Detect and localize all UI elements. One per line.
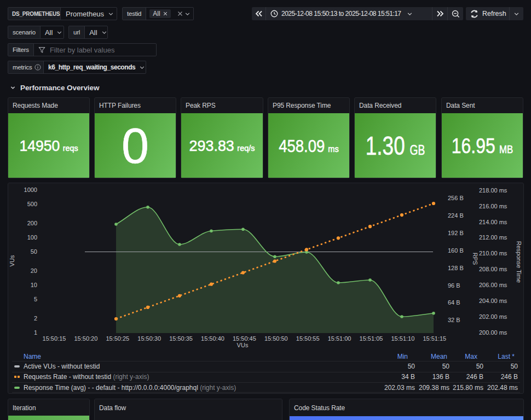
svg-text:214.00 ms: 214.00 ms <box>479 219 507 225</box>
svg-text:96 B: 96 B <box>448 282 460 289</box>
svg-text:15:50:50: 15:50:50 <box>264 335 288 342</box>
svg-text:15:51:15: 15:51:15 <box>423 335 446 342</box>
svg-text:212.00 ms: 212.00 ms <box>479 234 507 241</box>
svg-text:200: 200 <box>27 220 37 226</box>
svg-text:15:50:55: 15:50:55 <box>296 335 320 342</box>
svg-text:128 B: 128 B <box>448 265 464 271</box>
svg-text:Response Time: Response Time <box>516 241 522 283</box>
svg-text:218.00 ms: 218.00 ms <box>479 187 507 194</box>
svg-text:256 B: 256 B <box>448 195 464 201</box>
svg-text:500: 500 <box>27 201 37 207</box>
svg-text:RPS: RPS <box>472 253 478 265</box>
svg-text:15:50:45: 15:50:45 <box>233 335 256 342</box>
svg-text:208.00 ms: 208.00 ms <box>479 266 507 272</box>
svg-text:2: 2 <box>34 315 37 322</box>
svg-text:15:50:35: 15:50:35 <box>169 335 193 342</box>
svg-text:15:51:00: 15:51:00 <box>328 335 351 342</box>
svg-text:15:51:10: 15:51:10 <box>391 335 414 342</box>
svg-text:100: 100 <box>27 234 37 241</box>
svg-text:202.00 ms: 202.00 ms <box>479 313 507 320</box>
svg-text:50: 50 <box>31 248 37 255</box>
svg-text:1000: 1000 <box>24 186 37 193</box>
svg-text:15:50:20: 15:50:20 <box>74 335 97 342</box>
svg-text:15:50:30: 15:50:30 <box>137 335 161 342</box>
svg-text:VUs: VUs <box>237 342 249 348</box>
svg-text:204.00 ms: 204.00 ms <box>479 298 507 304</box>
svg-text:64 B: 64 B <box>448 299 460 306</box>
svg-text:15:51:05: 15:51:05 <box>360 335 383 342</box>
svg-text:160 B: 160 B <box>448 247 464 254</box>
svg-text:32 B: 32 B <box>448 317 460 323</box>
svg-text:216.00 ms: 216.00 ms <box>479 203 507 209</box>
svg-text:15:50:15: 15:50:15 <box>43 335 66 342</box>
svg-text:192 B: 192 B <box>448 230 464 236</box>
svg-text:224 B: 224 B <box>448 212 464 219</box>
svg-text:15:50:40: 15:50:40 <box>201 335 224 342</box>
svg-text:200.00 ms: 200.00 ms <box>479 329 507 336</box>
svg-text:15:50:25: 15:50:25 <box>106 335 129 342</box>
svg-text:210.00 ms: 210.00 ms <box>479 250 507 256</box>
svg-text:206.00 ms: 206.00 ms <box>479 282 507 288</box>
svg-text:20: 20 <box>31 267 37 274</box>
svg-text:1: 1 <box>34 329 37 336</box>
svg-text:VUs: VUs <box>9 255 15 266</box>
svg-text:5: 5 <box>34 296 37 302</box>
svg-text:10: 10 <box>31 282 37 288</box>
